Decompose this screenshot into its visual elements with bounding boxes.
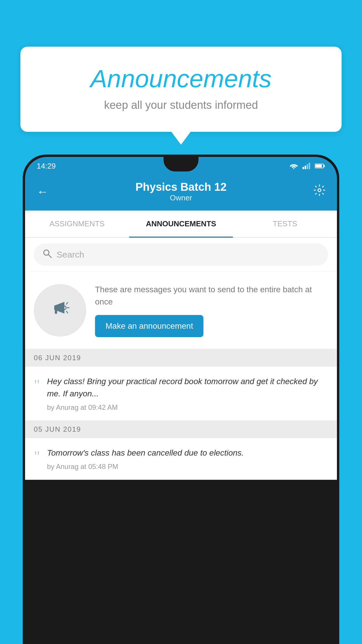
svg-rect-6	[324, 165, 325, 167]
status-time: 14:29	[37, 162, 56, 171]
announce-right: These are messages you want to send to t…	[95, 284, 328, 337]
search-icon	[43, 249, 52, 260]
tab-bar: ASSIGNMENTS ANNOUNCEMENTS TESTS	[25, 211, 337, 238]
tab-assignments[interactable]: ASSIGNMENTS	[25, 211, 129, 237]
speech-bubble: Announcements keep all your students inf…	[20, 47, 342, 132]
bubble-title: Announcements	[44, 64, 318, 93]
svg-point-0	[293, 168, 294, 169]
megaphone-icon	[48, 296, 72, 325]
settings-button[interactable]	[314, 184, 325, 199]
battery-icon	[315, 163, 325, 169]
date-separator-1: 06 JUN 2019	[25, 349, 337, 367]
svg-line-14	[66, 302, 68, 304]
announcement-text-2: Tomorrow's class has been cancelled due …	[47, 447, 328, 459]
search-bar-container: Search	[25, 238, 337, 272]
svg-point-8	[318, 189, 321, 192]
back-button[interactable]: ←	[37, 185, 48, 198]
phone-frame: 14:29	[23, 155, 339, 644]
announcement-meta-1: by Anurag at 09:42 AM	[47, 403, 328, 412]
svg-line-10	[48, 255, 51, 258]
header-center: Physics Batch 12 Owner	[136, 181, 227, 202]
announce-icon-circle	[34, 284, 86, 337]
quote-icon-2: "	[34, 449, 40, 464]
announcement-item-1[interactable]: " Hey class! Bring your practical record…	[25, 367, 337, 421]
announcement-text-1: Hey class! Bring your practical record b…	[47, 375, 328, 400]
svg-rect-7	[315, 164, 322, 167]
notch	[164, 157, 198, 172]
signal-icon	[303, 163, 311, 169]
app-header: ← Physics Batch 12 Owner	[25, 175, 337, 211]
bubble-subtitle: keep all your students informed	[44, 99, 318, 111]
quote-icon-1: "	[34, 378, 40, 393]
header-title: Physics Batch 12	[136, 181, 227, 193]
svg-rect-4	[309, 163, 310, 169]
svg-rect-3	[307, 164, 308, 169]
tab-announcements[interactable]: ANNOUNCEMENTS	[129, 211, 233, 237]
date-label-1: 06 JUN 2019	[34, 354, 81, 362]
status-bar: 14:29	[25, 157, 337, 175]
svg-rect-2	[305, 166, 306, 169]
date-label-2: 05 JUN 2019	[34, 425, 81, 433]
wifi-icon	[289, 163, 298, 169]
phone-inner: 14:29	[25, 157, 337, 642]
make-announcement-button[interactable]: Make an announcement	[95, 315, 203, 337]
header-subtitle: Owner	[136, 193, 227, 202]
phone-content: Search	[25, 238, 337, 480]
svg-rect-12	[55, 310, 57, 314]
announcement-body-1: Hey class! Bring your practical record b…	[47, 375, 328, 412]
announcement-item-2[interactable]: " Tomorrow's class has been cancelled du…	[25, 438, 337, 480]
announce-description: These are messages you want to send to t…	[95, 284, 328, 308]
svg-rect-1	[303, 167, 304, 169]
announcement-meta-2: by Anurag at 05:48 PM	[47, 463, 328, 471]
svg-rect-11	[54, 306, 57, 310]
search-placeholder: Search	[57, 250, 84, 260]
announcement-body-2: Tomorrow's class has been cancelled due …	[47, 447, 328, 471]
date-separator-2: 05 JUN 2019	[25, 421, 337, 438]
announcement-prompt: These are messages you want to send to t…	[25, 272, 337, 349]
search-input-wrap[interactable]: Search	[34, 244, 328, 266]
tab-tests[interactable]: TESTS	[233, 211, 337, 237]
speech-bubble-section: Announcements keep all your students inf…	[20, 47, 342, 132]
status-icons	[289, 163, 325, 169]
svg-line-16	[66, 311, 68, 313]
